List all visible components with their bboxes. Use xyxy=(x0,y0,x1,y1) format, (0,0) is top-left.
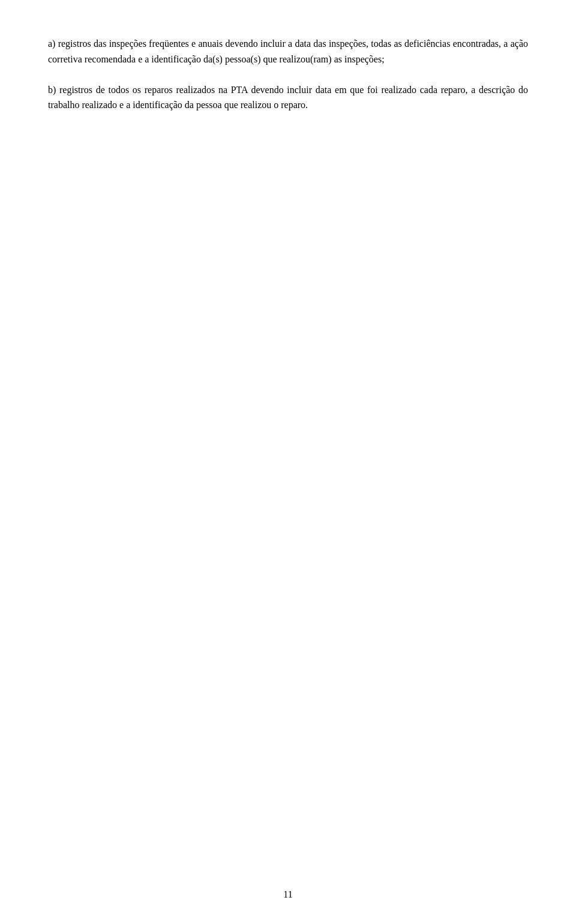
main-content: a) registros das inspeções freqüentes e … xyxy=(48,36,528,113)
page-container: a) registros das inspeções freqüentes e … xyxy=(0,0,576,924)
page-number: 11 xyxy=(283,889,292,900)
paragraph-1: a) registros das inspeções freqüentes e … xyxy=(48,36,528,67)
paragraph-2: b) registros de todos os reparos realiza… xyxy=(48,82,528,113)
